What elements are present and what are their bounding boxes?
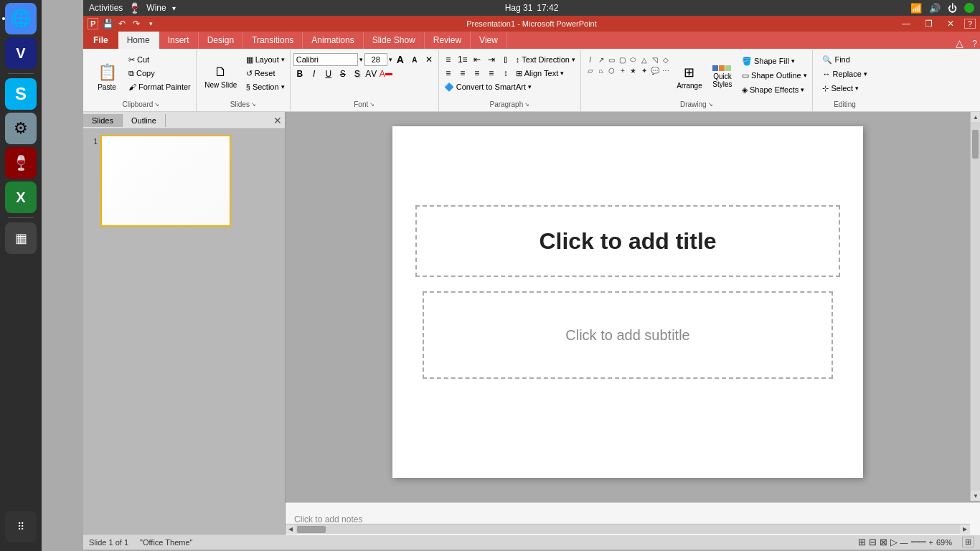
font-expand[interactable]: ↘ bbox=[369, 101, 374, 108]
wine-label[interactable]: Wine bbox=[146, 3, 166, 13]
title-placeholder[interactable]: Click to add title bbox=[415, 205, 840, 277]
network-icon[interactable]: 📶 bbox=[910, 3, 922, 14]
app-files[interactable]: ▦ bbox=[5, 222, 37, 254]
undo-button[interactable]: ↶ bbox=[116, 17, 128, 30]
shape-rect[interactable]: ▭ bbox=[607, 55, 617, 65]
h-scroll-thumb[interactable] bbox=[297, 526, 326, 533]
shape-callout[interactable]: 💬 bbox=[650, 65, 660, 75]
close-button[interactable]: ✕ bbox=[943, 19, 958, 29]
tab-insert[interactable]: Insert bbox=[159, 32, 199, 49]
align-right-button[interactable]: ≡ bbox=[471, 67, 484, 80]
volume-icon[interactable]: 🔊 bbox=[929, 3, 941, 14]
char-spacing-button[interactable]: AV bbox=[365, 67, 378, 80]
indent-decrease-button[interactable]: ⇤ bbox=[471, 53, 484, 66]
maximize-button[interactable]: ❐ bbox=[920, 19, 937, 29]
shadow-button[interactable]: S bbox=[351, 67, 364, 80]
tab-view[interactable]: View bbox=[471, 32, 507, 49]
zoom-slider[interactable]: ━━━ bbox=[911, 537, 926, 547]
shape-fill-button[interactable]: 🪣 Shape Fill ▾ bbox=[740, 55, 809, 67]
reading-view-button[interactable]: ⊠ bbox=[880, 537, 887, 547]
font-name-input[interactable]: Calibri bbox=[293, 53, 358, 66]
tab-design[interactable]: Design bbox=[199, 32, 243, 49]
shape-triangle[interactable]: △ bbox=[639, 55, 649, 65]
copy-button[interactable]: ⧉ Copy bbox=[126, 67, 193, 80]
line-spacing-button[interactable]: ↕ bbox=[499, 67, 512, 80]
slideshow-button[interactable]: ▷ bbox=[890, 537, 897, 547]
scroll-thumb[interactable] bbox=[972, 130, 979, 159]
zoom-in-button[interactable]: + bbox=[929, 538, 933, 547]
app-grid[interactable]: ⠿ bbox=[5, 511, 37, 542]
shape-outline-button[interactable]: ▭ Shape Outline ▾ bbox=[740, 69, 809, 82]
shape-star8[interactable]: ✦ bbox=[639, 65, 649, 75]
minimize-button[interactable]: — bbox=[897, 19, 915, 29]
fit-slide-button[interactable]: ⊞ bbox=[962, 537, 974, 547]
tab-transitions[interactable]: Transitions bbox=[243, 32, 303, 49]
shape-parallelogram[interactable]: ▱ bbox=[585, 65, 595, 75]
clear-format-button[interactable]: ✕ bbox=[423, 53, 435, 66]
wine-dropdown[interactable]: ▾ bbox=[172, 4, 176, 12]
shape-star[interactable]: ★ bbox=[628, 65, 639, 75]
shape-oval[interactable]: ⬭ bbox=[628, 55, 639, 65]
tab-review[interactable]: Review bbox=[425, 32, 471, 49]
app-wine[interactable]: 🍷 bbox=[5, 147, 37, 179]
reset-button[interactable]: ↺ Reset bbox=[244, 67, 287, 80]
shape-rtriangle[interactable]: ◹ bbox=[650, 55, 660, 65]
shape-more[interactable]: ⋯ bbox=[661, 65, 671, 75]
app-excel[interactable]: X bbox=[5, 182, 37, 213]
horizontal-scrollbar[interactable]: ◀ ▶ bbox=[286, 524, 970, 534]
shape-arrow[interactable]: ↗ bbox=[596, 55, 606, 65]
arrange-button[interactable]: ⊞ Arrange bbox=[674, 53, 705, 100]
vertical-scrollbar[interactable]: ▲ ▼ bbox=[970, 112, 980, 501]
outline-tab[interactable]: Outline bbox=[123, 114, 166, 127]
paragraph-expand[interactable]: ↘ bbox=[524, 101, 529, 108]
tab-file[interactable]: File bbox=[83, 32, 118, 49]
scroll-up[interactable]: ▲ bbox=[971, 112, 980, 122]
bold-button[interactable]: B bbox=[293, 67, 306, 80]
ribbon-toggle[interactable]: △ bbox=[950, 37, 969, 49]
bullets-button[interactable]: ≡ bbox=[442, 53, 455, 66]
shape-plus[interactable]: + bbox=[618, 65, 628, 75]
font-decrease-button[interactable]: A bbox=[408, 53, 421, 66]
shape-line[interactable]: / bbox=[585, 55, 595, 65]
activities-label[interactable]: Activities bbox=[89, 3, 123, 13]
panel-close-button[interactable]: ✕ bbox=[273, 115, 282, 126]
justify-button[interactable]: ≡ bbox=[485, 67, 498, 80]
font-color-button[interactable]: A bbox=[380, 67, 392, 80]
replace-button[interactable]: ↔ Replace ▾ bbox=[820, 67, 869, 80]
font-size-dropdown[interactable]: ▾ bbox=[389, 56, 392, 63]
tab-home[interactable]: Home bbox=[118, 32, 159, 49]
paste-button[interactable]: 📋 Paste bbox=[89, 53, 125, 100]
drawing-expand[interactable]: ↘ bbox=[708, 101, 713, 108]
slide-sorter-button[interactable]: ⊟ bbox=[869, 537, 877, 547]
ribbon-help[interactable]: ? bbox=[969, 39, 980, 49]
section-button[interactable]: § Section ▾ bbox=[244, 80, 287, 93]
slide-1-thumbnail[interactable] bbox=[100, 135, 231, 227]
zoom-out-button[interactable]: — bbox=[900, 538, 908, 547]
app-chrome[interactable]: 🌐 bbox=[5, 3, 37, 34]
shape-hex[interactable]: ⬡ bbox=[607, 65, 617, 75]
shape-effects-button[interactable]: ◈ Shape Effects ▾ bbox=[740, 83, 809, 96]
scroll-down[interactable]: ▼ bbox=[971, 491, 980, 501]
underline-button[interactable]: U bbox=[322, 67, 335, 80]
align-text-button[interactable]: ⊞ Align Text ▾ bbox=[514, 67, 567, 80]
strikethrough-button[interactable]: S bbox=[336, 67, 349, 80]
app-vmware[interactable]: V bbox=[5, 37, 37, 69]
shape-diamond[interactable]: ◇ bbox=[661, 55, 671, 65]
find-button[interactable]: 🔍 Find bbox=[820, 53, 852, 66]
subtitle-placeholder[interactable]: Click to add subtitle bbox=[423, 291, 833, 379]
redo-button[interactable]: ↷ bbox=[130, 17, 143, 30]
shape-rounded-rect[interactable]: ▢ bbox=[618, 55, 628, 65]
save-button[interactable]: 💾 bbox=[101, 17, 114, 30]
app-skype[interactable]: S bbox=[5, 78, 37, 110]
convert-smartart-button[interactable]: 🔷 Convert to SmartArt ▾ bbox=[442, 80, 534, 93]
shape-trap[interactable]: ⏢ bbox=[596, 65, 606, 75]
font-increase-button[interactable]: A bbox=[394, 53, 407, 66]
tab-slideshow[interactable]: Slide Show bbox=[364, 32, 425, 49]
power-icon[interactable]: ⏻ bbox=[948, 3, 957, 14]
help-button[interactable]: ? bbox=[964, 19, 976, 29]
new-slide-button[interactable]: 🗋 New Slide bbox=[199, 53, 242, 100]
normal-view-button[interactable]: ⊞ bbox=[858, 537, 866, 547]
app-settings[interactable]: ⚙ bbox=[5, 113, 37, 144]
slides-expand[interactable]: ↘ bbox=[251, 101, 256, 108]
indent-increase-button[interactable]: ⇥ bbox=[485, 53, 498, 66]
